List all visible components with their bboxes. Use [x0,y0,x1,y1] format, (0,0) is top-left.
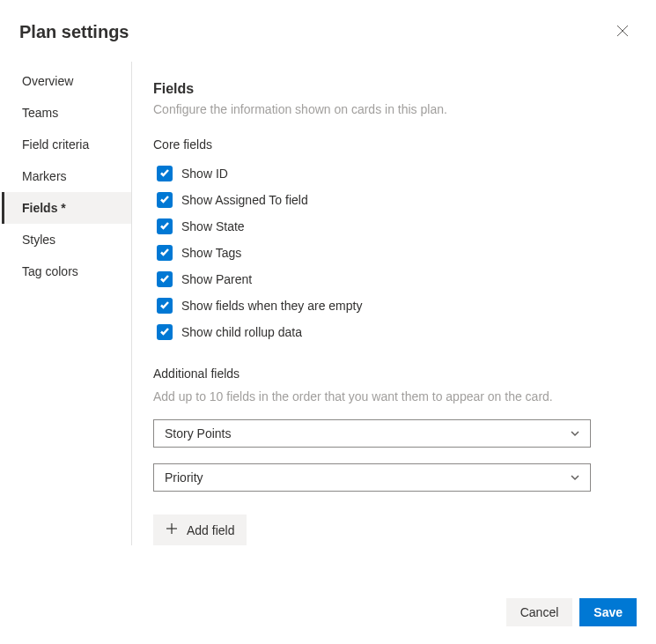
checkmark-icon [159,272,170,286]
sidebar-item-tag-colors[interactable]: Tag colors [2,255,131,287]
header: Plan settings [0,0,656,62]
field-select-label: Priority [165,470,203,485]
sidebar-item-label: Teams [22,106,58,120]
checkmark-icon [159,167,170,181]
checkbox-label: Show State [181,219,245,233]
page-title: Plan settings [19,22,129,42]
field-select-label: Story Points [165,426,231,440]
checkbox-row: Show Tags [157,240,635,266]
checkmark-icon [159,193,170,207]
additional-fields-label: Additional fields [153,366,635,381]
checkbox-row: Show fields when they are empty [157,292,635,319]
body: Overview Teams Field criteria Markers Fi… [0,62,656,545]
field-select-story-points[interactable]: Story Points [153,419,591,448]
sidebar-item-fields[interactable]: Fields * [2,192,131,224]
sidebar-item-label: Styles [22,233,55,247]
footer: Cancel Save [506,598,637,626]
checkbox-show-empty[interactable] [157,298,173,314]
sidebar-item-label: Fields * [22,201,66,215]
checkbox-show-rollup[interactable] [157,324,173,340]
checkbox-row: Show child rollup data [157,319,635,345]
checkmark-icon [159,299,170,313]
save-button[interactable]: Save [579,598,637,626]
checkmark-icon [159,325,170,339]
checkbox-show-tags[interactable] [157,245,173,261]
add-field-button[interactable]: Add field [153,514,247,545]
additional-fields-subtitle: Add up to 10 fields in the order that yo… [153,389,635,403]
core-fields-list: Show ID Show Assigned To field Show Stat… [153,160,635,345]
main-content: Fields Configure the information shown o… [132,62,656,545]
checkbox-label: Show Tags [181,246,241,260]
checkbox-show-state[interactable] [157,218,173,234]
main-subtitle: Configure the information shown on cards… [153,102,635,116]
close-button[interactable] [608,18,637,46]
sidebar-item-styles[interactable]: Styles [2,224,131,255]
core-fields-label: Core fields [153,137,635,152]
checkbox-row: Show Assigned To field [157,187,635,213]
main-title: Fields [153,81,635,97]
field-select-priority[interactable]: Priority [153,463,591,492]
chevron-down-icon [569,471,581,484]
sidebar-item-label: Tag colors [22,264,78,278]
checkbox-row: Show Parent [157,266,635,292]
checkbox-label: Show Assigned To field [181,193,308,207]
sidebar-item-overview[interactable]: Overview [2,65,131,97]
checkmark-icon [159,246,170,260]
sidebar-item-label: Overview [22,74,73,88]
chevron-down-icon [569,427,581,440]
checkbox-label: Show ID [181,167,228,181]
sidebar-item-teams[interactable]: Teams [2,97,131,129]
sidebar: Overview Teams Field criteria Markers Fi… [2,62,132,545]
checkbox-row: Show ID [157,160,635,187]
checkbox-row: Show State [157,213,635,240]
close-icon [615,24,630,41]
add-field-label: Add field [187,523,234,537]
sidebar-item-label: Field criteria [22,137,89,152]
checkbox-label: Show Parent [181,272,252,286]
plus-icon [166,522,178,537]
sidebar-item-field-criteria[interactable]: Field criteria [2,129,131,160]
checkbox-show-id[interactable] [157,166,173,181]
checkbox-label: Show child rollup data [181,325,302,339]
sidebar-item-label: Markers [22,169,67,183]
cancel-button[interactable]: Cancel [506,598,573,626]
checkmark-icon [159,219,170,233]
sidebar-item-markers[interactable]: Markers [2,160,131,192]
checkbox-show-assigned-to[interactable] [157,192,173,208]
checkbox-show-parent[interactable] [157,271,173,287]
checkbox-label: Show fields when they are empty [181,299,362,313]
